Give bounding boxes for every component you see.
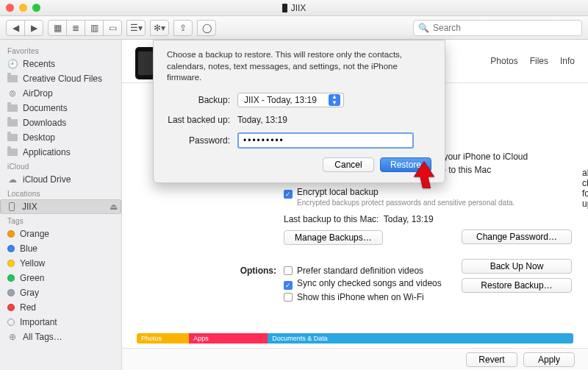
apply-button[interactable]: Apply — [523, 352, 575, 367]
password-input[interactable] — [237, 132, 414, 149]
iphone-icon — [7, 202, 17, 211]
restore-sheet: Choose a backup to restore. This will re… — [153, 40, 445, 183]
sidebar-header-tags: Tags — [0, 214, 121, 227]
checkbox-icon: ✓ — [284, 281, 293, 290]
tag-dot-icon — [7, 245, 15, 252]
folder-icon — [7, 74, 18, 83]
manage-backups-button[interactable]: Manage Backups… — [284, 230, 383, 245]
tag-dot-icon — [7, 304, 15, 311]
action-button[interactable]: ✻▾ — [150, 20, 169, 36]
sidebar-tag-yellow[interactable]: Yellow — [0, 256, 121, 271]
password-field-label: Password: — [167, 135, 230, 146]
folder-icon — [7, 104, 18, 113]
sidebar-item-documents[interactable]: Documents — [0, 101, 121, 115]
tag-dot-icon — [7, 289, 15, 296]
sidebar-item-downloads[interactable]: Downloads — [0, 115, 121, 130]
view-gallery-button[interactable]: ▭ — [103, 20, 122, 36]
tag-dot-icon — [7, 274, 15, 282]
sidebar-header-favorites: Favorites — [0, 44, 121, 57]
minimize-window-button[interactable] — [19, 4, 27, 12]
tag-dot-icon — [7, 260, 15, 267]
checkbox-icon — [284, 293, 293, 302]
tag-dot-icon — [7, 230, 15, 238]
sidebar-item-creative-cloud[interactable]: Creative Cloud Files — [0, 71, 121, 86]
sidebar-tag-all[interactable]: ⊕All Tags… — [0, 330, 121, 344]
folder-icon — [7, 148, 18, 157]
sheet-cancel-button[interactable]: Cancel — [323, 157, 374, 172]
eject-icon[interactable]: ⏏ — [110, 202, 118, 212]
group-by-button[interactable]: ☰▾ — [126, 20, 146, 36]
sidebar-tag-gray[interactable]: Gray — [0, 285, 121, 300]
nav-forward-button[interactable]: ▶ — [24, 20, 43, 36]
window-title: JIIX — [0, 3, 588, 13]
back-up-now-button[interactable]: Back Up Now — [462, 259, 572, 274]
sidebar-item-device-jiix[interactable]: JIIX⏏ — [0, 199, 121, 214]
sidebar-item-icloud-drive[interactable]: ☁︎iCloud Drive — [0, 172, 121, 187]
checkbox-icon: ✓ — [284, 190, 293, 199]
tab-files[interactable]: Files — [530, 56, 548, 71]
last-backed-up-label: Last backed up: — [167, 115, 230, 125]
airdrop-icon: ⊚ — [7, 89, 18, 98]
view-list-button[interactable]: ≣ — [66, 20, 85, 36]
tab-info[interactable]: Info — [560, 56, 575, 71]
options-label: Options: — [210, 266, 276, 276]
option-show-wifi[interactable]: Show this iPhone when on Wi-Fi — [284, 292, 573, 302]
close-window-button[interactable] — [6, 4, 14, 12]
device-icon — [282, 4, 287, 13]
sidebar-tag-green[interactable]: Green — [0, 271, 121, 285]
sidebar-item-recents[interactable]: 🕘Recents — [0, 57, 121, 71]
tags-button[interactable]: ◯ — [197, 20, 216, 36]
sidebar-tag-important[interactable]: Important — [0, 315, 121, 330]
sidebar: Favorites 🕘Recents Creative Cloud Files … — [0, 40, 122, 370]
tab-photos[interactable]: Photos — [490, 56, 517, 71]
storage-bar: Photos Apps Documents & Data — [137, 333, 573, 344]
storage-apps: Apps — [189, 333, 268, 344]
update-check-text: ally check for an update — [582, 168, 588, 209]
sidebar-item-applications[interactable]: Applications — [0, 145, 121, 160]
sidebar-item-desktop[interactable]: Desktop — [0, 130, 121, 145]
restore-backup-button[interactable]: Restore Backup… — [462, 278, 572, 293]
last-backup-row: Last backup to this Mac: Today, 13:19 — [284, 214, 573, 224]
sidebar-tag-orange[interactable]: Orange — [0, 227, 121, 241]
last-backed-up-value: Today, 13:19 — [237, 115, 287, 125]
folder-icon — [7, 133, 18, 142]
sidebar-item-airdrop[interactable]: ⊚AirDrop — [0, 86, 121, 101]
pointer-arrow-annotation — [412, 160, 437, 190]
storage-photos: Photos — [137, 333, 189, 344]
search-field[interactable]: 🔍 — [413, 20, 582, 36]
backup-select-value: JIIX - Today, 13:19 — [244, 95, 317, 105]
view-icon-button[interactable]: ▦ — [48, 20, 67, 36]
encrypt-hint: Encrypted backups protect passwords and … — [297, 199, 573, 207]
checkbox-icon — [284, 266, 293, 275]
zoom-window-button[interactable] — [32, 4, 40, 12]
share-button[interactable]: ⇪ — [173, 20, 193, 36]
sheet-message: Choose a backup to restore. This will re… — [167, 49, 431, 84]
recents-icon: 🕘 — [7, 60, 18, 68]
toolbar: ◀ ▶ ▦ ≣ ▥ ▭ ☰▾ ✻▾ ⇪ ◯ 🔍 — [0, 16, 588, 40]
folder-icon — [7, 118, 18, 127]
storage-docs: Documents & Data — [268, 333, 573, 344]
revert-button[interactable]: Revert — [466, 352, 517, 367]
chevron-updown-icon: ▲▼ — [329, 94, 340, 106]
backup-field-label: Backup: — [167, 95, 230, 105]
search-input[interactable] — [433, 23, 577, 33]
nav-back-button[interactable]: ◀ — [6, 20, 25, 36]
view-column-button[interactable]: ▥ — [85, 20, 104, 36]
sidebar-header-locations: Locations — [0, 187, 121, 199]
change-password-button[interactable]: Change Password… — [462, 230, 572, 244]
sidebar-tag-blue[interactable]: Blue — [0, 241, 121, 256]
all-tags-icon: ⊕ — [7, 332, 18, 341]
sidebar-header-icloud: iCloud — [0, 160, 121, 172]
tag-dot-icon — [7, 319, 15, 326]
backup-select[interactable]: JIIX - Today, 13:19 ▲▼ — [237, 93, 344, 107]
cloud-icon: ☁︎ — [7, 175, 18, 184]
sidebar-tag-red[interactable]: Red — [0, 300, 121, 315]
search-icon: 🔍 — [418, 23, 429, 33]
